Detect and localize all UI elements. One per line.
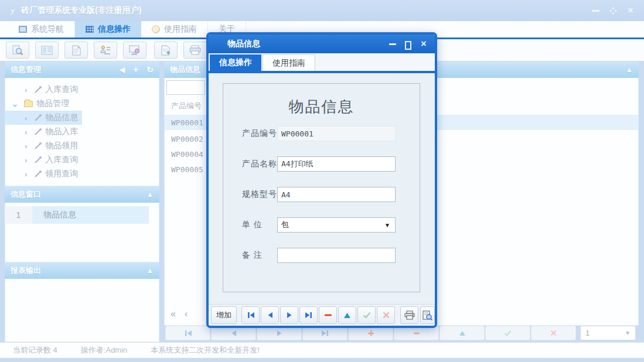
chevron-right-icon: › (25, 86, 27, 94)
tab-info-operation[interactable]: 信息操作 (75, 21, 141, 37)
monitor-chart-icon[interactable] (123, 42, 146, 59)
status-operator: 操作者:Admin (81, 345, 127, 356)
dialog-restore-icon[interactable] (405, 41, 411, 47)
unit-select[interactable]: 包 ▼ (277, 217, 396, 233)
item-info-dialog: 物品信息 × 信息操作 使用指南 物品信息 产品编号 WP00001 产品名称 (206, 32, 437, 328)
chevron-down-icon: ⌄ (12, 100, 18, 108)
tree-item-label: 入库查询 (45, 84, 78, 95)
unit-value: 包 (281, 220, 289, 230)
grid-cancel-icon[interactable] (531, 326, 576, 340)
chevron-right-icon: › (25, 128, 27, 136)
field-label: 单 位 (242, 220, 263, 230)
tab-system-nav[interactable]: 系统导航 (8, 21, 75, 37)
panel-title: 信息管理 (11, 64, 41, 75)
window-close-icon[interactable]: × (625, 5, 636, 16)
grid-nav-first-icon[interactable] (165, 326, 210, 340)
tree-item-item-mgmt-folder[interactable]: ⌄ 物品管理 (5, 97, 159, 111)
tree-item-claim-query[interactable]: › 领用查询 (5, 167, 159, 181)
window-minimize-icon[interactable] (590, 5, 601, 16)
panel-add-icon[interactable]: + (133, 65, 138, 74)
panel-refresh-icon[interactable]: ↻ (146, 66, 154, 74)
tree-item-item-claim[interactable]: › 物品领用 (5, 139, 159, 153)
delete-minus-icon[interactable] (319, 306, 337, 324)
collapse-up-icon[interactable]: ▲ (146, 267, 154, 274)
form-heading: 物品信息 (223, 97, 420, 117)
print-preview-icon[interactable] (420, 306, 435, 324)
dropdown-icon: ▼ (384, 222, 390, 228)
remark-field[interactable] (277, 248, 396, 263)
window-restore-icon[interactable] (608, 5, 618, 16)
app-title: 砖厂管理系统专业版(非注册用户) (21, 5, 141, 16)
tree-item-inbound-query2[interactable]: › 入库查询 (5, 153, 159, 167)
collapse-up-icon[interactable]: ▲ (626, 66, 633, 73)
tool-icon (34, 142, 42, 150)
pager-first-icon[interactable]: « (171, 309, 176, 319)
dialog-content: 物品信息 产品编号 WP00001 产品名称 规格型号 单 位 包 (209, 73, 435, 304)
field-label: 产品名称 (242, 159, 277, 169)
tool-icon (34, 128, 42, 136)
panel-header-report-output[interactable]: 报表输出 ▲ (5, 262, 159, 279)
field-row-spec-model: 规格型号 (223, 187, 420, 202)
tree-item-label: 物品管理 (36, 98, 69, 109)
dialog-tab-user-guide[interactable]: 使用指南 (263, 54, 315, 71)
field-row-product-name: 产品名称 (223, 156, 420, 172)
panel-title: 物品信息 (170, 64, 200, 75)
tree-item-inbound-query[interactable]: › 入库查询 (5, 83, 159, 97)
grid-confirm-icon[interactable] (485, 326, 530, 340)
guide-circle-icon (152, 25, 160, 33)
tab-label: 系统导航 (31, 24, 64, 35)
cancel-x-icon[interactable] (377, 306, 395, 324)
form-fieldset: 物品信息 产品编号 WP00001 产品名称 规格型号 单 位 包 (223, 83, 420, 292)
user-chart-icon[interactable] (94, 42, 117, 59)
search-icon[interactable] (6, 42, 29, 59)
app-window: y 砖厂管理系统专业版(非注册用户) × 系统导航 信息操作 使用指南 关于 (0, 0, 644, 362)
confirm-check-icon[interactable] (357, 306, 376, 324)
dialog-footer: 增加 (209, 304, 435, 326)
grid-column-header[interactable]: 产品编号 (171, 101, 202, 111)
form-view-icon[interactable] (35, 42, 59, 59)
grid-edit-icon[interactable] (439, 326, 485, 340)
field-label: 备 注 (242, 250, 263, 261)
dialog-minimize-icon[interactable] (387, 39, 398, 49)
panel-title: 信息窗口 (11, 189, 41, 200)
dialog-tab-info-operation[interactable]: 信息操作 (210, 54, 261, 71)
panel-collapse-left-icon[interactable]: ◀ (120, 66, 125, 73)
grid-filter-input[interactable] (166, 80, 205, 95)
tab-user-guide[interactable]: 使用指南 (141, 21, 208, 37)
field-row-product-code: 产品编号 WP00001 (223, 126, 420, 141)
tab-label: 信息操作 (98, 24, 131, 35)
pager-prev-icon[interactable]: ‹ (185, 309, 188, 319)
nav-square-icon (19, 26, 27, 33)
tool-icon (34, 170, 42, 178)
tool-icon (34, 156, 42, 164)
nav-last-icon[interactable] (299, 306, 318, 324)
grid-page-select[interactable]: 1 ▼ (580, 326, 636, 340)
tree-item-label: 物品领用 (45, 141, 78, 151)
info-window-row[interactable]: 物品信息 (33, 206, 149, 224)
tree-item-item-info[interactable]: › 物品信息 (5, 111, 159, 125)
statusbar: 当前记录数 4 操作者:Admin 本系统支持二次开发和全新开发! (0, 342, 644, 358)
nav-first-icon[interactable] (241, 306, 260, 324)
grid-page-value: 1 (585, 329, 590, 337)
nav-next-icon[interactable] (280, 306, 298, 324)
nav-prev-icon[interactable] (261, 306, 279, 324)
tool-icon (34, 114, 42, 122)
field-label: 规格型号 (242, 189, 277, 200)
doc-add-icon[interactable] (154, 42, 178, 59)
product-name-field[interactable] (277, 156, 396, 172)
tree-item-label: 物品入库 (45, 127, 78, 137)
status-note: 本系统支持二次开发和全新开发! (151, 345, 260, 356)
dialog-close-icon[interactable]: × (418, 39, 429, 49)
collapse-up-icon[interactable]: ▲ (146, 191, 154, 198)
printer-icon[interactable] (183, 42, 207, 59)
panel-header-info-window[interactable]: 信息窗口 ▲ (5, 186, 159, 203)
add-button[interactable]: 增加 (211, 306, 237, 324)
tree-item-item-inbound[interactable]: › 物品入库 (5, 125, 159, 139)
panel-header-info-mgmt[interactable]: 信息管理 ◀ + ↻ (5, 62, 159, 78)
dialog-titlebar[interactable]: 物品信息 × (209, 35, 435, 53)
print-icon[interactable] (400, 306, 418, 324)
titlebar: y 砖厂管理系统专业版(非注册用户) × (0, 0, 644, 21)
document-icon[interactable] (64, 42, 88, 59)
spec-model-field[interactable] (277, 187, 396, 202)
edit-up-icon[interactable] (338, 306, 356, 324)
